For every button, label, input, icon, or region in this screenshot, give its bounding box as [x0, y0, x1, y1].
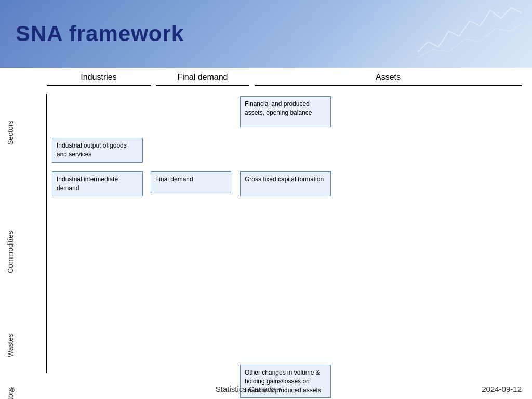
- col-final-demand-header: Final demand: [156, 73, 249, 86]
- industrial-intermediate-box: Industrial intermediate demand: [52, 171, 143, 196]
- final-demand-box: Final demand: [151, 171, 231, 193]
- financial-opening-box: Financial and produced assets, opening b…: [240, 96, 331, 127]
- main-content: Industries Final demand Assets Sectors C…: [0, 68, 532, 399]
- page-number: 6: [10, 384, 15, 393]
- organization-label: Statistics Canada •: [216, 384, 281, 393]
- chart-decoration-icon: [418, 5, 522, 62]
- industrial-intermediate-text: Industrial intermediate demand: [57, 176, 118, 192]
- header-banner: SNA framework: [0, 0, 532, 68]
- final-demand-label: Final demand: [156, 73, 249, 84]
- vertical-divider: [46, 94, 47, 373]
- page-title: SNA framework: [16, 21, 184, 46]
- row-label-wastes: Wastes: [6, 322, 15, 369]
- final-demand-line: [156, 85, 249, 86]
- final-demand-box-text: Final demand: [155, 176, 193, 183]
- financial-opening-text: Financial and produced assets, opening b…: [245, 100, 312, 116]
- assets-label: Assets: [255, 73, 522, 84]
- assets-line: [255, 85, 522, 86]
- col-assets-header: Assets: [255, 73, 522, 86]
- gross-fixed-capital-box: Gross fixed capital formation: [240, 171, 331, 196]
- row-label-sectors-top: Sectors: [6, 104, 15, 161]
- footer: 6 Statistics Canada • 2024-09-12: [0, 378, 532, 399]
- industrial-output-box: Industrial output of goods and services: [52, 138, 143, 163]
- industrial-output-text: Industrial output of goods and services: [57, 142, 127, 158]
- column-headers: Industries Final demand Assets: [47, 73, 522, 86]
- industries-line: [47, 85, 151, 86]
- date-label: 2024-09-12: [482, 384, 522, 393]
- row-label-commodities: Commodities: [6, 192, 15, 312]
- col-industries-header: Industries: [47, 73, 151, 86]
- industries-label: Industries: [47, 73, 151, 84]
- gross-fixed-capital-text: Gross fixed capital formation: [245, 176, 324, 183]
